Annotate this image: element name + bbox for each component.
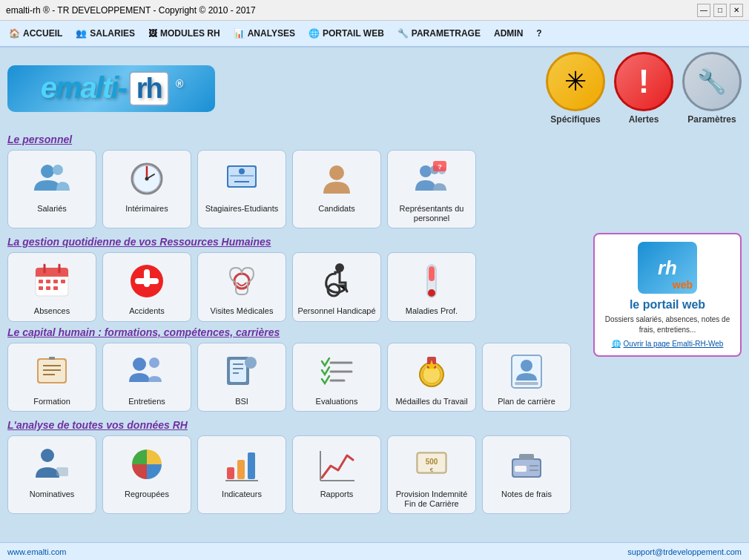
svg-rect-35: [429, 266, 435, 281]
specifiques-label: Spécifiques: [550, 114, 600, 125]
portail-logo: rh web: [638, 242, 697, 294]
portail-web-menu-icon: 🌐: [308, 28, 320, 39]
section-analyse: L'analyse de toutes vos données RH Nomin…: [7, 416, 742, 518]
provision-icon: 500 €: [409, 442, 454, 487]
svg-point-47: [245, 357, 257, 369]
entretiens-tile-label: Entretiens: [128, 397, 165, 406]
interimaires-icon: [125, 157, 169, 201]
minimize-button[interactable]: —: [697, 4, 710, 17]
salaries-icon: [30, 157, 74, 201]
svg-point-11: [420, 165, 432, 177]
bsi-icon: [220, 349, 264, 394]
plan-carriere-icon: [504, 349, 549, 394]
parametres-button[interactable]: 🔧 Paramètres: [682, 52, 742, 125]
footer-left[interactable]: www.emalti.com: [7, 547, 66, 556]
tile-notes-frais[interactable]: Notes de frais: [482, 435, 571, 514]
alertes-button[interactable]: ! Alertes: [614, 52, 673, 125]
title-bar: emalti-rh ® - TR DEVELOPPEMENT - Copyrig…: [0, 0, 749, 21]
notes-frais-icon: [504, 442, 549, 487]
specifiques-button[interactable]: ✳ Spécifiques: [546, 52, 605, 125]
menu-item-modules-rh[interactable]: 🖼 MODULES RH: [142, 25, 226, 42]
menu-label-analyses: ANALYSES: [248, 28, 295, 39]
tile-handicape[interactable]: Personnel Handicapé: [292, 252, 381, 321]
portail-title: le portail web: [630, 298, 705, 312]
menu-item-parametrage[interactable]: 🔧 PARAMETRAGE: [392, 25, 486, 42]
handicape-tile-label: Personnel Handicapé: [297, 306, 375, 316]
tile-bsi[interactable]: BSI: [197, 343, 286, 412]
menu-label-help: ?: [536, 28, 541, 39]
personnel-header: Le personnel: [7, 134, 742, 145]
svg-rect-65: [248, 452, 255, 479]
regroupees-tile-label: Regroupées: [125, 490, 169, 499]
svg-rect-21: [39, 280, 43, 283]
close-button[interactable]: ✕: [730, 4, 743, 17]
tile-interimaires[interactable]: Intérimaires: [102, 150, 191, 228]
svg-point-1: [53, 165, 63, 175]
menu-item-admin[interactable]: ADMIN: [488, 25, 529, 42]
medailles-icon: [409, 349, 454, 394]
menu-item-analyses[interactable]: 📊 ANALYSES: [228, 25, 301, 42]
indicateurs-icon: [220, 442, 264, 487]
tile-plan-carriere[interactable]: Plan de carrière: [482, 343, 571, 412]
tile-maladies[interactable]: Maladies Prof.: [387, 252, 476, 321]
nominatives-icon: [30, 442, 74, 487]
tile-stagiaires[interactable]: Stagiaires-Etudiants: [197, 150, 286, 228]
tile-indicateurs[interactable]: Indicateurs: [197, 435, 286, 514]
gestion-header: La gestion quotidienne de vos Ressources…: [7, 236, 587, 248]
analyses-icon: 📊: [234, 28, 245, 39]
portail-link-label: Ouvrir la page Emalti-RH-Web: [624, 340, 724, 348]
tile-medailles[interactable]: Médailles du Travail: [387, 343, 476, 412]
tile-salaries[interactable]: Salariés: [7, 150, 96, 228]
indicateurs-tile-label: Indicateurs: [222, 490, 262, 499]
portail-description: Dossiers salariés, absences, notes de fr…: [602, 314, 733, 335]
svg-point-36: [428, 289, 435, 297]
svg-point-44: [149, 358, 159, 368]
svg-point-0: [41, 165, 54, 178]
medailles-tile-label: Médailles du Travail: [395, 397, 467, 406]
svg-point-32: [335, 263, 344, 272]
middle-sections: La gestion quotidienne de vos Ressources…: [7, 233, 742, 415]
logo-area: emalti-rh ®: [7, 65, 215, 112]
representants-tile-label: Représentants du personnel: [391, 204, 472, 223]
maladies-icon: [409, 259, 454, 303]
candidats-icon: [314, 157, 359, 201]
visites-icon: [220, 259, 264, 303]
svg-rect-42: [49, 357, 55, 360]
maximize-button[interactable]: □: [713, 4, 727, 17]
link-icon: 🌐: [612, 340, 621, 348]
quick-buttons: ✳ Spécifiques ! Alertes 🔧 Paramètres: [546, 52, 742, 125]
nominatives-tile-label: Nominatives: [30, 490, 75, 499]
tile-visites[interactable]: Visites Médicales: [197, 252, 286, 321]
tile-absences[interactable]: Absences: [7, 252, 96, 321]
footer-right[interactable]: support@trdeveloppement.com: [627, 547, 742, 556]
tile-rapports[interactable]: Rapports: [292, 435, 381, 514]
menu-item-portail-web[interactable]: 🌐 PORTAIL WEB: [303, 25, 390, 42]
notes-frais-tile-label: Notes de frais: [501, 490, 552, 499]
maladies-tile-label: Maladies Prof.: [406, 306, 458, 316]
tile-candidats[interactable]: Candidats: [292, 150, 381, 228]
parametrage-icon: 🔧: [397, 28, 409, 39]
svg-rect-63: [227, 467, 234, 479]
tile-regroupees[interactable]: Regroupées: [102, 435, 191, 514]
portail-web-box[interactable]: rh web le portail web Dossiers salariés,…: [593, 233, 742, 357]
rapports-tile-label: Rapports: [320, 490, 354, 499]
tile-provision[interactable]: 500 € Provision Indemnité Fin de Carrièr…: [387, 435, 476, 514]
absences-tile-label: Absences: [34, 306, 70, 316]
alertes-icon: !: [614, 52, 673, 111]
absences-icon: [30, 259, 74, 303]
salaries-menu-icon: 👥: [76, 28, 87, 39]
tile-entretiens[interactable]: Entretiens: [102, 343, 191, 412]
capital-grid: Formation Entretiens: [7, 343, 587, 412]
menu-item-salaries[interactable]: 👥 SALARIES: [70, 25, 141, 42]
tile-representants[interactable]: ? Représentants du personnel: [387, 150, 476, 228]
menu-item-help[interactable]: ?: [530, 25, 547, 42]
menu-item-accueil[interactable]: 🏠 ACCUEIL: [3, 25, 68, 42]
svg-point-9: [239, 168, 245, 174]
tile-evaluations[interactable]: Evaluations: [292, 343, 381, 412]
tile-nominatives[interactable]: Nominatives: [7, 435, 96, 514]
portail-open-link[interactable]: 🌐 Ouvrir la page Emalti-RH-Web: [612, 340, 724, 348]
representants-icon: ?: [409, 157, 454, 201]
tile-formation[interactable]: Formation: [7, 343, 96, 412]
evaluations-tile-label: Evaluations: [316, 397, 358, 406]
tile-accidents[interactable]: Accidents: [102, 252, 191, 321]
